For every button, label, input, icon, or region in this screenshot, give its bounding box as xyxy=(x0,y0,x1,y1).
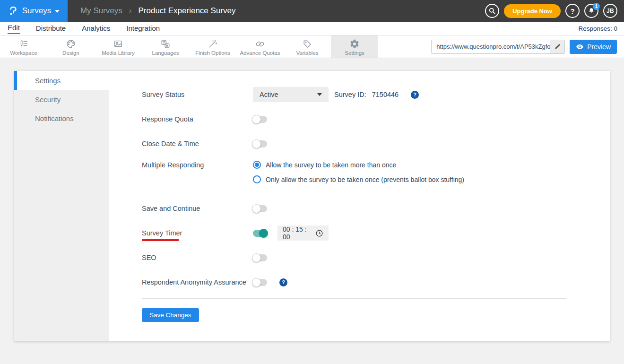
survey-status-value: Active xyxy=(260,91,317,98)
response-quota-row: Response Quota xyxy=(142,107,610,131)
toolbar-item-variables[interactable]: Variables xyxy=(284,35,331,58)
edit-url-button[interactable] xyxy=(550,40,564,53)
survey-timer-value: 00 : 15 : 00 xyxy=(283,225,315,241)
settings-form: Survey Status Active Survey ID: 7150446 … xyxy=(109,71,610,341)
seo-row: SEO xyxy=(142,245,610,270)
toolbar-item-design[interactable]: Design xyxy=(47,35,95,58)
sidebar-item-label: Notifications xyxy=(35,114,74,122)
survey-url-field[interactable]: https://www.questionpro.com/t/AP53kZgfo xyxy=(431,40,565,54)
upgrade-now-button[interactable]: Upgrade Now xyxy=(504,4,561,18)
seo-toggle[interactable] xyxy=(253,254,267,261)
toggle-knob xyxy=(252,278,261,287)
survey-timer-input[interactable]: 00 : 15 : 00 xyxy=(277,225,329,241)
multiple-responding-options: Allow the survey to be taken more than o… xyxy=(253,161,464,183)
survey-id-help-icon[interactable]: ? xyxy=(411,91,419,99)
notifications-button[interactable]: 1 xyxy=(584,4,598,18)
question-mark-icon: ? xyxy=(570,7,574,15)
multiple-responding-row: Multiple Responding Allow the survey to … xyxy=(142,156,610,196)
response-quota-toggle[interactable] xyxy=(253,116,267,123)
toggle-knob xyxy=(252,115,261,124)
survey-timer-toggle[interactable] xyxy=(253,230,267,237)
languages-icon xyxy=(160,39,171,49)
sidebar-item-notifications[interactable]: Notifications xyxy=(14,109,109,128)
preview-button[interactable]: Preview xyxy=(570,40,617,54)
form-divider xyxy=(142,298,566,299)
save-continue-toggle[interactable] xyxy=(253,205,267,212)
survey-id-value: 7150446 xyxy=(372,91,399,98)
survey-status-dropdown[interactable]: Active xyxy=(253,87,329,102)
radio-allow-multiple[interactable]: Allow the survey to be taken more than o… xyxy=(253,161,464,169)
notification-badge: 1 xyxy=(593,3,600,10)
toolbar-item-label: Finish Options xyxy=(195,50,230,56)
tab-edit[interactable]: Edit xyxy=(8,23,20,34)
toolbar-item-finish-options[interactable]: Finish Options xyxy=(189,35,236,58)
tab-analytics[interactable]: Analytics xyxy=(82,23,110,34)
seo-label: SEO xyxy=(142,254,253,261)
finish-options-icon xyxy=(208,39,218,49)
toolbar-item-label: Settings xyxy=(345,50,364,56)
close-date-row: Close Date & Time xyxy=(142,131,610,156)
page-title: Product Experience Survey xyxy=(138,6,235,16)
sidebar-item-label: Settings xyxy=(35,77,61,85)
settings-sidebar: Settings Security Notifications xyxy=(14,71,109,341)
survey-timer-label-text: Survey Timer xyxy=(142,229,182,237)
section-nav: Edit Distribute Analytics Integration Re… xyxy=(0,22,624,35)
anonymity-label: Respondent Anonymity Assurance xyxy=(142,278,253,286)
settings-gear-icon xyxy=(349,39,360,49)
eye-icon xyxy=(576,44,584,50)
variables-icon xyxy=(302,39,312,49)
sidebar-item-security[interactable]: Security xyxy=(14,90,109,109)
search-button[interactable] xyxy=(485,4,499,18)
radio-label: Only allow the survey to be taken once (… xyxy=(266,176,464,183)
design-icon xyxy=(66,39,76,49)
toolbar-item-media-library[interactable]: Media Library xyxy=(95,35,142,58)
survey-status-label: Survey Status xyxy=(142,91,253,98)
radio-only-once[interactable]: Only allow the survey to be taken once (… xyxy=(253,175,464,183)
response-quota-label: Response Quota xyxy=(142,115,253,123)
multiple-responding-label: Multiple Responding xyxy=(142,161,253,169)
product-switcher[interactable]: Surveys xyxy=(0,0,68,22)
media-library-icon xyxy=(113,39,123,49)
toolbar-item-languages[interactable]: Languages xyxy=(142,35,189,58)
questionpro-logo-icon xyxy=(8,6,18,16)
tab-integration[interactable]: Integration xyxy=(126,23,160,34)
radio-unselected-icon[interactable] xyxy=(253,175,261,183)
toolbar-item-label: Media Library xyxy=(102,50,135,56)
red-annotation-underline xyxy=(142,239,179,241)
close-date-toggle[interactable] xyxy=(253,140,267,147)
edit-toolbar: Workspace Design Media Library Languages xyxy=(0,35,624,58)
user-avatar[interactable]: JB xyxy=(603,4,617,18)
survey-timer-label: Survey Timer xyxy=(142,229,253,237)
clock-icon xyxy=(315,229,323,237)
toggle-knob xyxy=(252,253,261,262)
toolbar-item-label: Variables xyxy=(296,50,318,56)
toggle-knob xyxy=(259,229,268,238)
breadcrumb: My Surveys › Product Experience Survey xyxy=(80,0,235,22)
toolbar-item-advance-quotas[interactable]: Advance Quotas xyxy=(236,35,284,58)
toolbar-item-label: Advance Quotas xyxy=(240,50,280,56)
toolbar-item-label: Languages xyxy=(152,50,179,56)
survey-id-label: Survey ID: xyxy=(334,91,366,98)
chevron-down-icon xyxy=(55,10,60,13)
toolbar-item-workspace[interactable]: Workspace xyxy=(0,35,47,58)
chevron-down-icon xyxy=(317,93,322,96)
survey-status-row: Survey Status Active Survey ID: 7150446 … xyxy=(142,82,610,107)
save-changes-button[interactable]: Save Changes xyxy=(142,308,199,322)
survey-timer-row: Survey Timer 00 : 15 : 00 xyxy=(142,221,610,245)
close-date-label: Close Date & Time xyxy=(142,140,253,147)
toolbar-item-settings[interactable]: Settings xyxy=(331,35,378,58)
breadcrumb-my-surveys[interactable]: My Surveys xyxy=(80,6,122,16)
sidebar-item-settings[interactable]: Settings xyxy=(14,71,109,90)
toggle-knob xyxy=(252,204,261,213)
anonymity-toggle[interactable] xyxy=(253,279,267,286)
tab-distribute[interactable]: Distribute xyxy=(36,23,66,34)
toolbar-right-group: https://www.questionpro.com/t/AP53kZgfo … xyxy=(431,35,624,58)
preview-button-label: Preview xyxy=(587,43,611,51)
radio-selected-icon[interactable] xyxy=(253,161,261,169)
help-button[interactable]: ? xyxy=(565,4,580,18)
breadcrumb-separator: › xyxy=(129,6,132,16)
toolbar-item-label: Workspace xyxy=(10,50,37,56)
survey-url-text[interactable]: https://www.questionpro.com/t/AP53kZgfo xyxy=(432,43,550,50)
header-actions: Upgrade Now ? 1 JB xyxy=(485,0,624,22)
anonymity-help-icon[interactable]: ? xyxy=(279,278,287,286)
